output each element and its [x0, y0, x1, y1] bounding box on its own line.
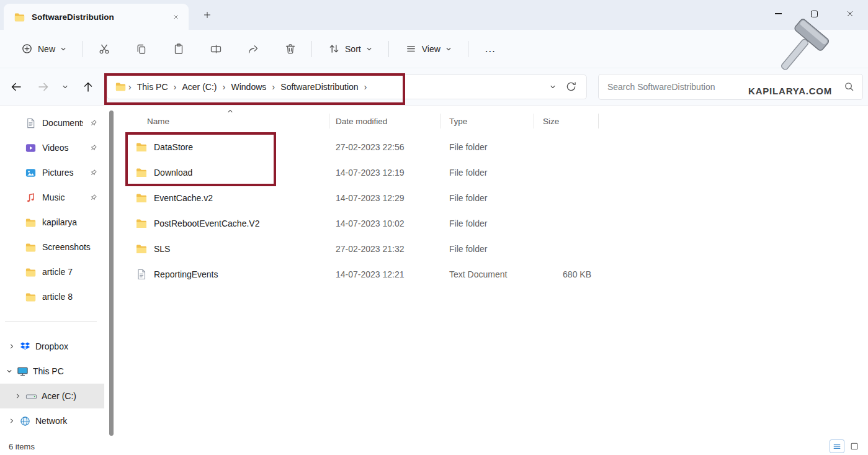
sidebar-item-article-7[interactable]: article 7 [0, 259, 104, 284]
sidebar-item-videos[interactable]: Videos [0, 135, 104, 160]
window-controls [760, 0, 868, 27]
minimize-button[interactable] [760, 0, 796, 27]
share-button[interactable] [241, 38, 266, 60]
breadcrumb-separator[interactable]: › [221, 81, 228, 92]
file-list: Name Date modified Type Size DataStore 2… [118, 106, 868, 438]
sidebar-item-network[interactable]: Network [0, 408, 104, 433]
network-icon [19, 415, 31, 427]
folder-icon [135, 141, 148, 153]
navigation-pane: Documents Videos Pictures Music kapilary… [0, 106, 104, 438]
column-header-date-modified[interactable]: Date modified [329, 114, 441, 128]
file-date: 14-07-2023 12:19 [329, 168, 441, 178]
file-row-datastore[interactable]: DataStore 27-02-2023 22:56 File folder [118, 134, 868, 160]
toolbar-divider [311, 41, 312, 57]
folder-icon [135, 217, 148, 230]
maximize-button[interactable] [796, 0, 832, 27]
up-icon [82, 81, 94, 93]
view-button-label: View [422, 44, 441, 54]
breadcrumb-separator[interactable]: › [270, 81, 277, 92]
file-row-sls[interactable]: SLS 27-02-2023 21:32 File folder [118, 236, 868, 261]
chevron-right-icon[interactable] [15, 393, 21, 399]
chevron-right-icon[interactable] [9, 418, 15, 424]
chevron-down-icon[interactable] [6, 368, 12, 374]
large-icons-view-button[interactable] [847, 439, 862, 453]
column-header-type[interactable]: Type [441, 114, 534, 128]
sidebar-item-documents[interactable]: Documents [0, 110, 104, 135]
chevron-down-icon [62, 84, 68, 90]
sidebar-item-kapilarya[interactable]: kapilarya [0, 210, 104, 235]
column-header-size[interactable]: Size [534, 114, 599, 128]
sidebar-item-label: Videos [42, 143, 83, 153]
close-button[interactable] [832, 0, 868, 27]
file-type: File folder [441, 193, 534, 203]
search-icon[interactable] [843, 81, 855, 92]
drive-icon [25, 390, 37, 402]
explorer-tab[interactable]: SoftwareDistribution [4, 4, 189, 30]
minimize-icon [775, 13, 782, 14]
breadcrumb-separator[interactable]: › [127, 81, 133, 92]
view-button[interactable]: View [398, 37, 459, 61]
address-dropdown-button[interactable] [544, 78, 562, 96]
delete-button[interactable] [278, 38, 303, 60]
forward-button[interactable] [32, 76, 55, 98]
sidebar-item-article-8[interactable]: article 8 [0, 284, 104, 309]
large-icons-view-icon [849, 441, 859, 451]
see-more-button[interactable]: … [477, 37, 504, 61]
column-header-name[interactable]: Name [126, 114, 329, 128]
view-icon [405, 43, 417, 55]
refresh-button[interactable] [562, 78, 581, 96]
sidebar-divider [5, 321, 97, 322]
cut-button[interactable] [92, 38, 117, 60]
search-input[interactable] [607, 82, 843, 92]
search-box[interactable] [598, 74, 863, 100]
recent-locations-button[interactable] [57, 76, 73, 98]
folder-icon [25, 291, 37, 303]
file-row-download[interactable]: Download 14-07-2023 12:19 File folder [118, 160, 868, 185]
folder-icon [135, 243, 148, 255]
content-area: Documents Videos Pictures Music kapilary… [0, 106, 868, 438]
copy-button[interactable] [129, 38, 154, 60]
breadcrumb-separator[interactable]: › [362, 81, 369, 92]
sidebar-item-acer-c[interactable]: Acer (C:) [0, 384, 104, 408]
documents-icon [25, 117, 37, 129]
breadcrumb-separator[interactable]: › [172, 81, 179, 92]
folder-icon [14, 11, 25, 23]
new-tab-button[interactable] [197, 5, 217, 25]
rename-button[interactable] [204, 38, 228, 60]
file-row-reportingevents[interactable]: ReportingEvents 14-07-2023 12:21 Text Do… [118, 261, 868, 287]
address-bar[interactable]: › This PC › Acer (C:) › Windows › Softwa… [107, 74, 587, 99]
sidebar-item-screenshots[interactable]: Screenshots [0, 235, 104, 259]
file-name: ReportingEvents [154, 269, 218, 279]
tab-close-button[interactable] [168, 9, 184, 25]
file-type: File folder [441, 142, 534, 152]
file-row-postrebooteventcache-v2[interactable]: PostRebootEventCache.V2 14-07-2023 10:02… [118, 210, 868, 236]
sidebar-item-label: Documents [42, 118, 83, 128]
vertical-scrollbar[interactable] [109, 110, 114, 436]
sort-button[interactable]: Sort [321, 37, 380, 61]
file-row-eventcache-v2[interactable]: EventCache.v2 14-07-2023 12:29 File fold… [118, 185, 868, 210]
paste-button[interactable] [166, 38, 191, 60]
breadcrumb-this-pc[interactable]: This PC [133, 79, 172, 94]
cut-icon [98, 43, 110, 55]
sort-icon [328, 43, 340, 55]
file-name: SLS [154, 244, 170, 254]
file-type: File folder [441, 244, 534, 254]
back-button[interactable] [5, 76, 27, 98]
sidebar-item-dropbox[interactable]: Dropbox [0, 334, 104, 359]
close-icon [172, 14, 179, 20]
breadcrumb-softwaredistribution[interactable]: SoftwareDistribution [277, 79, 362, 94]
share-icon [247, 43, 259, 55]
new-button[interactable]: New [14, 37, 74, 61]
sidebar-item-music[interactable]: Music [0, 185, 104, 210]
details-view-button[interactable] [830, 439, 844, 453]
sidebar-item-pictures[interactable]: Pictures [0, 160, 104, 185]
sidebar-item-label: This PC [33, 366, 104, 376]
ellipsis-icon: … [485, 42, 496, 55]
up-button[interactable] [77, 76, 99, 98]
sidebar-item-this-pc[interactable]: This PC [0, 359, 104, 384]
folder-icon [135, 166, 148, 179]
file-date: 14-07-2023 12:29 [329, 193, 441, 203]
chevron-right-icon[interactable] [9, 343, 15, 349]
breadcrumb-windows[interactable]: Windows [228, 79, 271, 94]
breadcrumb-acer-c[interactable]: Acer (C:) [179, 79, 221, 94]
